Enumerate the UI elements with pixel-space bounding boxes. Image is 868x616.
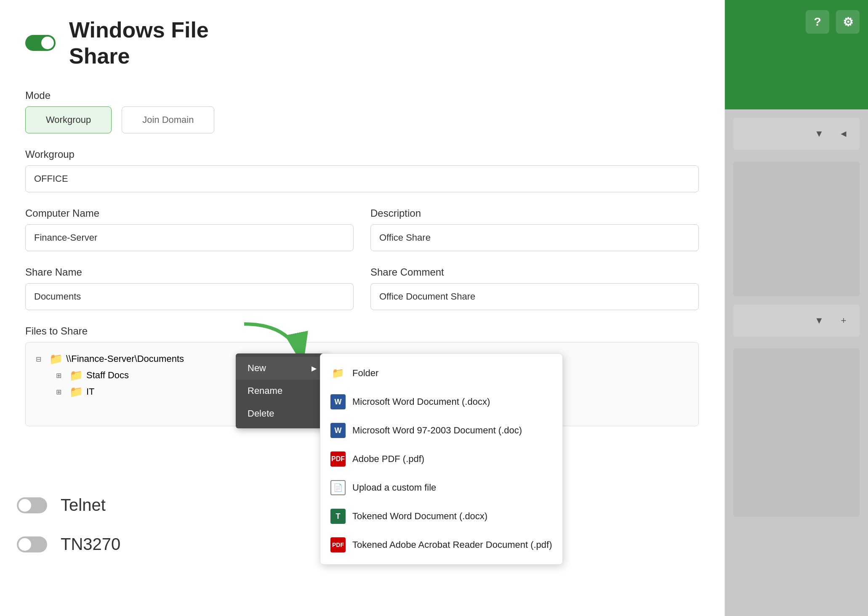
context-menu-rename[interactable]: Rename bbox=[236, 380, 328, 402]
description-input[interactable] bbox=[370, 224, 699, 251]
submenu-folder[interactable]: 📁 Folder bbox=[320, 359, 562, 388]
tn3270-toggle[interactable] bbox=[17, 536, 47, 552]
word-docx-icon: W bbox=[330, 394, 346, 409]
computer-name-col: Computer Name bbox=[25, 207, 354, 251]
windows-file-share-toggle[interactable] bbox=[25, 35, 56, 51]
submenu-folder-label: Folder bbox=[352, 368, 378, 379]
sidebar-spacer-2 bbox=[733, 348, 860, 517]
workgroup-input[interactable] bbox=[25, 165, 699, 192]
telnet-label: Telnet bbox=[61, 496, 106, 515]
context-menu-rename-label: Rename bbox=[248, 385, 282, 396]
tree-root-label: \\Finance-Server\Documents bbox=[66, 353, 184, 364]
add-icon[interactable]: + bbox=[834, 311, 853, 330]
context-menu: New ▶ Rename Delete bbox=[236, 353, 328, 428]
computer-name-input[interactable] bbox=[25, 224, 354, 251]
description-col: Description bbox=[370, 207, 699, 251]
expand-staff-docs-icon: ⊞ bbox=[56, 372, 66, 380]
tn3270-item: TN3270 bbox=[17, 535, 120, 554]
share-comment-col: Share Comment bbox=[370, 266, 699, 310]
sidebar-section-2: ▼ + bbox=[733, 305, 860, 337]
description-label: Description bbox=[370, 207, 699, 219]
submenu-tokened-word-label: Tokened Word Document (.docx) bbox=[352, 511, 487, 522]
folder-icon: 📁 bbox=[330, 366, 346, 381]
context-menu-delete-label: Delete bbox=[248, 408, 274, 419]
toggle-knob bbox=[41, 37, 54, 49]
tn3270-toggle-knob bbox=[19, 538, 31, 551]
sidebar-green-top: ? ⚙ bbox=[725, 0, 868, 109]
sidebar-gray-middle: ▼ ◄ ▼ + bbox=[725, 109, 868, 616]
right-sidebar: ? ⚙ ▼ ◄ ▼ + bbox=[725, 0, 868, 616]
computer-description-row: Computer Name Description bbox=[25, 207, 699, 251]
files-to-share-label: Files to Share bbox=[25, 325, 699, 337]
tn3270-label: TN3270 bbox=[61, 535, 120, 554]
expand-it-icon: ⊞ bbox=[56, 388, 66, 396]
submenu-pdf[interactable]: PDF Adobe PDF (.pdf) bbox=[320, 445, 562, 473]
title-line1: Windows File bbox=[69, 18, 209, 42]
mode-buttons: Workgroup Join Domain bbox=[25, 106, 699, 133]
share-name-input[interactable] bbox=[25, 283, 354, 310]
submenu-word-docx[interactable]: W Microsoft Word Document (.docx) bbox=[320, 388, 562, 416]
telnet-toggle-knob bbox=[19, 499, 31, 512]
share-comment-input[interactable] bbox=[370, 283, 699, 310]
settings-icon[interactable]: ⚙ bbox=[836, 10, 860, 34]
share-name-comment-row: Share Name Share Comment bbox=[25, 266, 699, 310]
mode-section: Mode Workgroup Join Domain bbox=[25, 90, 699, 133]
context-menu-new-chevron: ▶ bbox=[312, 364, 317, 372]
sidebar-section-1: ▼ ◄ bbox=[733, 118, 860, 150]
pdf-icon: PDF bbox=[330, 451, 346, 467]
it-label: IT bbox=[86, 386, 95, 397]
tokened-word-icon: T bbox=[330, 509, 346, 524]
root-folder-icon: 📁 bbox=[49, 353, 63, 366]
share-comment-label: Share Comment bbox=[370, 266, 699, 278]
telnet-toggle[interactable] bbox=[17, 497, 47, 513]
submenu-upload[interactable]: 📄 Upload a custom file bbox=[320, 473, 562, 502]
context-menu-delete[interactable]: Delete bbox=[236, 402, 328, 425]
share-name-label: Share Name bbox=[25, 266, 354, 278]
bottom-items: Telnet TN3270 bbox=[17, 496, 120, 574]
staff-docs-label: Staff Docs bbox=[86, 370, 129, 381]
expand-root-icon: ⊟ bbox=[36, 355, 46, 363]
submenu: 📁 Folder W Microsoft Word Document (.doc… bbox=[320, 353, 563, 565]
submenu-tokened-pdf-label: Tokened Adobe Acrobat Reader Document (.… bbox=[352, 539, 552, 550]
submenu-tokened-pdf[interactable]: PDF Tokened Adobe Acrobat Reader Documen… bbox=[320, 531, 562, 559]
help-icon[interactable]: ? bbox=[806, 10, 829, 34]
telnet-item: Telnet bbox=[17, 496, 120, 515]
word-doc-icon: W bbox=[330, 423, 346, 438]
context-menu-new-label: New bbox=[248, 363, 266, 374]
submenu-upload-label: Upload a custom file bbox=[352, 482, 436, 493]
mode-join-domain-btn[interactable]: Join Domain bbox=[122, 106, 214, 133]
submenu-pdf-label: Adobe PDF (.pdf) bbox=[352, 454, 424, 465]
workgroup-section: Workgroup bbox=[25, 149, 699, 192]
submenu-word-docx-label: Microsoft Word Document (.docx) bbox=[352, 396, 490, 407]
filter2-icon[interactable]: ▼ bbox=[810, 311, 828, 330]
tokened-pdf-icon: PDF bbox=[330, 537, 346, 552]
page-title: Windows File Share bbox=[69, 17, 209, 69]
filter-icon[interactable]: ▼ bbox=[810, 125, 828, 143]
submenu-word-doc-label: Microsoft Word 97-2003 Document (.doc) bbox=[352, 425, 522, 436]
mode-label: Mode bbox=[25, 90, 699, 101]
computer-name-label: Computer Name bbox=[25, 207, 354, 219]
upload-icon: 📄 bbox=[330, 480, 346, 495]
it-folder-icon: 📁 bbox=[69, 385, 83, 398]
header-row: Windows File Share bbox=[25, 17, 699, 69]
share-name-col: Share Name bbox=[25, 266, 354, 310]
share-icon[interactable]: ◄ bbox=[834, 125, 853, 143]
submenu-tokened-word[interactable]: T Tokened Word Document (.docx) bbox=[320, 502, 562, 531]
submenu-word-doc[interactable]: W Microsoft Word 97-2003 Document (.doc) bbox=[320, 416, 562, 445]
context-menu-new[interactable]: New ▶ bbox=[236, 357, 328, 380]
mode-workgroup-btn[interactable]: Workgroup bbox=[25, 106, 112, 133]
workgroup-label: Workgroup bbox=[25, 149, 699, 160]
title-line2: Share bbox=[69, 44, 130, 68]
staff-docs-folder-icon: 📁 bbox=[69, 369, 83, 382]
sidebar-spacer-1 bbox=[733, 162, 860, 296]
